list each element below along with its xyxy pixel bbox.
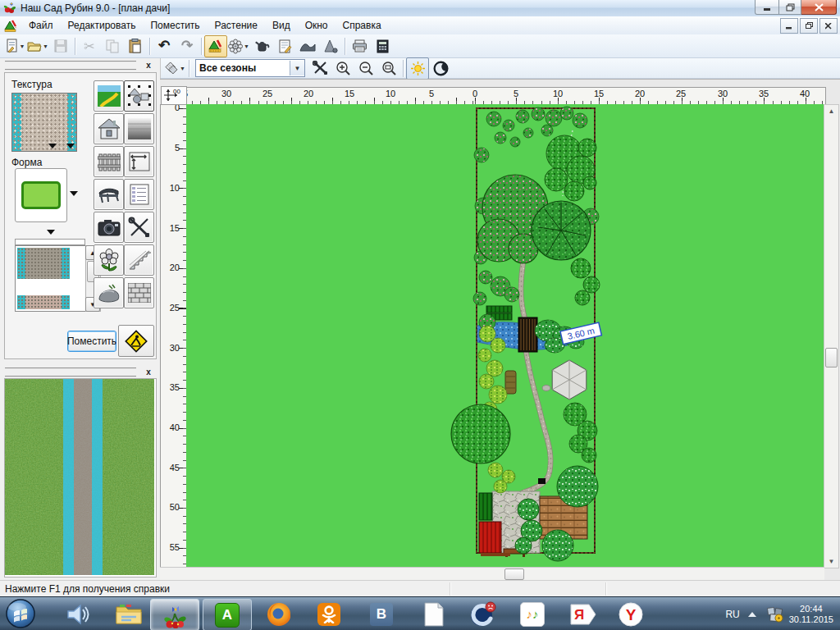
- menu-item-4[interactable]: Вид: [265, 18, 298, 33]
- night-mode-button[interactable]: [429, 57, 452, 80]
- tool-dimensions-button[interactable]: [124, 146, 154, 177]
- house-red-roof[interactable]: [479, 522, 501, 553]
- window-minimize-button[interactable]: [755, 0, 779, 15]
- taskbar-cleaner[interactable]: [459, 599, 507, 629]
- settings-button[interactable]: [308, 57, 331, 80]
- tool-furniture-button[interactable]: [94, 179, 124, 210]
- start-button[interactable]: [5, 598, 36, 629]
- tool-wall-texture-button[interactable]: [124, 113, 154, 144]
- tool-objects-button[interactable]: [124, 80, 154, 112]
- mdi-minimize-button[interactable]: [780, 18, 798, 34]
- day-mode-button[interactable]: [406, 57, 429, 80]
- big-tree-right[interactable]: [532, 201, 591, 260]
- place-button[interactable]: Поместить: [67, 331, 116, 352]
- scroll-up-arrow[interactable]: ▲: [824, 107, 838, 115]
- menu-item-0[interactable]: Файл: [21, 18, 61, 33]
- estimate-button[interactable]: [371, 35, 394, 57]
- menu-item-1[interactable]: Редактировать: [61, 18, 144, 33]
- tool-fence-button[interactable]: [94, 146, 124, 177]
- zoom-window-button[interactable]: [377, 57, 400, 80]
- plant-care-button[interactable]: [250, 35, 273, 57]
- tool-stones-button[interactable]: [94, 277, 124, 308]
- shape-dropdown-arrow[interactable]: [70, 191, 78, 196]
- shed-green-roof[interactable]: [479, 493, 492, 520]
- copy-button[interactable]: [101, 35, 124, 57]
- horizontal-scrollbar[interactable]: [160, 567, 824, 580]
- gazebo[interactable]: [542, 360, 587, 399]
- tool-stairs-button[interactable]: [124, 244, 154, 276]
- vscroll-thumb[interactable]: [825, 348, 838, 368]
- open-plan-button[interactable]: ▼: [26, 35, 49, 57]
- panel-grab-handle[interactable]: [5, 61, 136, 71]
- ruler-origin-button[interactable]: 00: [161, 86, 187, 106]
- tool-camera-button[interactable]: [94, 212, 124, 243]
- taskbar-notepad[interactable]: [410, 599, 458, 629]
- texture-preview[interactable]: [11, 93, 77, 152]
- view-3d-button[interactable]: [319, 35, 342, 57]
- vertical-scrollbar[interactable]: ▲ ▼: [824, 104, 839, 568]
- plan-canvas[interactable]: 3.60 m: [186, 104, 824, 567]
- texture-arrow-right-icon[interactable]: [66, 144, 75, 148]
- window-close-button[interactable]: [801, 0, 837, 15]
- new-plan-button[interactable]: ▼: [3, 35, 26, 57]
- menu-item-2[interactable]: Поместить: [143, 18, 207, 33]
- taskbar-music[interactable]: ♪♪: [509, 599, 556, 629]
- season-dropdown-button[interactable]: ▼: [290, 61, 304, 75]
- garden-plot[interactable]: 3.60 m: [476, 107, 596, 554]
- tool-house-button[interactable]: [94, 113, 124, 144]
- taskbar-explorer[interactable]: [105, 599, 153, 629]
- big-tree-bottom-left[interactable]: [451, 404, 510, 463]
- taskbar-firefox[interactable]: [255, 599, 303, 629]
- plant-encyclopedia-button[interactable]: ▼: [227, 35, 250, 57]
- taskbar-app-a[interactable]: A: [203, 599, 252, 630]
- texture-swatch-pink-gravel[interactable]: [17, 295, 70, 309]
- tool-landscape-button[interactable]: [94, 80, 124, 112]
- border-planter[interactable]: [481, 553, 510, 556]
- texture-picker-button[interactable]: ▼: [163, 57, 186, 80]
- relief-button[interactable]: [296, 35, 319, 57]
- window-restore-button[interactable]: [779, 0, 801, 15]
- barrel[interactable]: [505, 371, 516, 394]
- menu-item-3[interactable]: Растение: [208, 18, 265, 33]
- taskbar-vkontakte[interactable]: В: [358, 599, 405, 629]
- flower-bed-black[interactable]: [538, 478, 546, 484]
- plan-mode-button[interactable]: [204, 35, 227, 57]
- new-plan-dropdown[interactable]: ▼: [20, 43, 25, 49]
- menu-item-6[interactable]: Справка: [336, 18, 389, 33]
- taskbar-yandex[interactable]: Я: [559, 599, 607, 629]
- scroll-down-arrow[interactable]: ▼: [824, 558, 838, 565]
- panel2-grab-handle[interactable]: [5, 368, 136, 377]
- redo-button[interactable]: ↷: [176, 35, 199, 57]
- panel2-close-button[interactable]: x: [142, 366, 155, 378]
- tray-expand-arrow[interactable]: [748, 612, 756, 617]
- tool-plants-button[interactable]: [94, 244, 124, 276]
- save-button[interactable]: [49, 35, 72, 57]
- tool-instruments-button[interactable]: [124, 212, 154, 243]
- texture-swatch-gravel[interactable]: [17, 248, 70, 279]
- taskbar-nash-sad[interactable]: [150, 599, 199, 630]
- path-texture-preview[interactable]: [5, 379, 154, 575]
- tool-list-button[interactable]: [124, 179, 154, 210]
- texture-list[interactable]: [15, 245, 87, 312]
- bridge[interactable]: [518, 317, 537, 352]
- hscroll-thumb[interactable]: [504, 568, 524, 580]
- bushes-right-middle[interactable]: [564, 403, 597, 463]
- undo-button[interactable]: ↶: [153, 35, 176, 57]
- taskbar-volume[interactable]: [54, 599, 102, 629]
- language-indicator[interactable]: RU: [725, 609, 739, 620]
- cut-button[interactable]: ✂: [78, 35, 101, 57]
- open-plan-dropdown[interactable]: ▼: [43, 43, 48, 49]
- print-button[interactable]: [348, 35, 371, 57]
- texture-slider[interactable]: [15, 239, 85, 245]
- menu-item-5[interactable]: Окно: [298, 18, 336, 33]
- mdi-restore-button[interactable]: [800, 18, 818, 34]
- texture-arrow-left-icon[interactable]: [48, 144, 57, 148]
- taskbar-odnoklassniki[interactable]: [305, 599, 353, 629]
- plant-dropdown[interactable]: ▼: [244, 43, 249, 49]
- panel-close-button[interactable]: x: [142, 59, 155, 71]
- season-select[interactable]: Все сезоны ▼: [195, 59, 305, 77]
- taskbar-clock[interactable]: 20:44 30.11.2015: [789, 604, 833, 625]
- zoom-in-button[interactable]: [331, 57, 354, 80]
- list-dropdown-arrow[interactable]: [47, 230, 55, 235]
- tray-app-icon[interactable]: [766, 605, 784, 623]
